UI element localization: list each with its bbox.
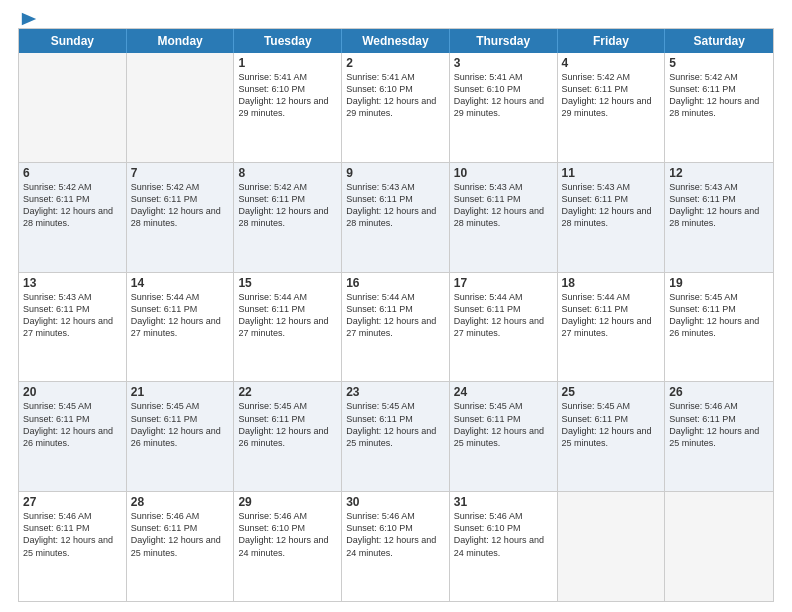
calendar-cell-week1-day7: 5Sunrise: 5:42 AM Sunset: 6:11 PM Daylig… bbox=[665, 53, 773, 162]
day-number: 20 bbox=[23, 385, 122, 399]
day-number: 2 bbox=[346, 56, 445, 70]
calendar-header-monday: Monday bbox=[127, 29, 235, 53]
day-number: 21 bbox=[131, 385, 230, 399]
calendar-week-4: 20Sunrise: 5:45 AM Sunset: 6:11 PM Dayli… bbox=[19, 382, 773, 492]
day-number: 24 bbox=[454, 385, 553, 399]
day-number: 18 bbox=[562, 276, 661, 290]
calendar-week-2: 6Sunrise: 5:42 AM Sunset: 6:11 PM Daylig… bbox=[19, 163, 773, 273]
day-info: Sunrise: 5:41 AM Sunset: 6:10 PM Dayligh… bbox=[238, 71, 337, 120]
calendar-header-wednesday: Wednesday bbox=[342, 29, 450, 53]
day-number: 27 bbox=[23, 495, 122, 509]
day-number: 17 bbox=[454, 276, 553, 290]
calendar-cell-week3-day1: 13Sunrise: 5:43 AM Sunset: 6:11 PM Dayli… bbox=[19, 273, 127, 382]
calendar-cell-week1-day5: 3Sunrise: 5:41 AM Sunset: 6:10 PM Daylig… bbox=[450, 53, 558, 162]
day-number: 19 bbox=[669, 276, 769, 290]
calendar-cell-week5-day7 bbox=[665, 492, 773, 601]
calendar-cell-week2-day2: 7Sunrise: 5:42 AM Sunset: 6:11 PM Daylig… bbox=[127, 163, 235, 272]
day-info: Sunrise: 5:45 AM Sunset: 6:11 PM Dayligh… bbox=[669, 291, 769, 340]
day-number: 13 bbox=[23, 276, 122, 290]
day-number: 30 bbox=[346, 495, 445, 509]
day-info: Sunrise: 5:46 AM Sunset: 6:10 PM Dayligh… bbox=[454, 510, 553, 559]
calendar-cell-week1-day2 bbox=[127, 53, 235, 162]
calendar-body: 1Sunrise: 5:41 AM Sunset: 6:10 PM Daylig… bbox=[19, 53, 773, 601]
svg-marker-0 bbox=[22, 13, 36, 26]
day-info: Sunrise: 5:45 AM Sunset: 6:11 PM Dayligh… bbox=[562, 400, 661, 449]
day-number: 14 bbox=[131, 276, 230, 290]
calendar-cell-week1-day1 bbox=[19, 53, 127, 162]
calendar-cell-week4-day2: 21Sunrise: 5:45 AM Sunset: 6:11 PM Dayli… bbox=[127, 382, 235, 491]
day-info: Sunrise: 5:46 AM Sunset: 6:11 PM Dayligh… bbox=[131, 510, 230, 559]
day-number: 10 bbox=[454, 166, 553, 180]
day-info: Sunrise: 5:45 AM Sunset: 6:11 PM Dayligh… bbox=[131, 400, 230, 449]
calendar-header-sunday: Sunday bbox=[19, 29, 127, 53]
calendar-header-thursday: Thursday bbox=[450, 29, 558, 53]
day-number: 6 bbox=[23, 166, 122, 180]
header bbox=[18, 10, 774, 24]
calendar-cell-week3-day2: 14Sunrise: 5:44 AM Sunset: 6:11 PM Dayli… bbox=[127, 273, 235, 382]
calendar-cell-week2-day3: 8Sunrise: 5:42 AM Sunset: 6:11 PM Daylig… bbox=[234, 163, 342, 272]
day-info: Sunrise: 5:43 AM Sunset: 6:11 PM Dayligh… bbox=[669, 181, 769, 230]
day-info: Sunrise: 5:41 AM Sunset: 6:10 PM Dayligh… bbox=[346, 71, 445, 120]
day-number: 29 bbox=[238, 495, 337, 509]
day-info: Sunrise: 5:46 AM Sunset: 6:10 PM Dayligh… bbox=[346, 510, 445, 559]
day-number: 15 bbox=[238, 276, 337, 290]
day-info: Sunrise: 5:45 AM Sunset: 6:11 PM Dayligh… bbox=[238, 400, 337, 449]
calendar-header-friday: Friday bbox=[558, 29, 666, 53]
day-info: Sunrise: 5:42 AM Sunset: 6:11 PM Dayligh… bbox=[562, 71, 661, 120]
day-number: 1 bbox=[238, 56, 337, 70]
day-info: Sunrise: 5:46 AM Sunset: 6:11 PM Dayligh… bbox=[23, 510, 122, 559]
calendar-cell-week3-day3: 15Sunrise: 5:44 AM Sunset: 6:11 PM Dayli… bbox=[234, 273, 342, 382]
day-info: Sunrise: 5:44 AM Sunset: 6:11 PM Dayligh… bbox=[346, 291, 445, 340]
calendar-cell-week3-day5: 17Sunrise: 5:44 AM Sunset: 6:11 PM Dayli… bbox=[450, 273, 558, 382]
calendar-cell-week5-day1: 27Sunrise: 5:46 AM Sunset: 6:11 PM Dayli… bbox=[19, 492, 127, 601]
day-number: 31 bbox=[454, 495, 553, 509]
calendar-cell-week5-day3: 29Sunrise: 5:46 AM Sunset: 6:10 PM Dayli… bbox=[234, 492, 342, 601]
calendar-cell-week1-day3: 1Sunrise: 5:41 AM Sunset: 6:10 PM Daylig… bbox=[234, 53, 342, 162]
day-info: Sunrise: 5:42 AM Sunset: 6:11 PM Dayligh… bbox=[669, 71, 769, 120]
calendar-cell-week2-day7: 12Sunrise: 5:43 AM Sunset: 6:11 PM Dayli… bbox=[665, 163, 773, 272]
day-info: Sunrise: 5:43 AM Sunset: 6:11 PM Dayligh… bbox=[23, 291, 122, 340]
day-number: 3 bbox=[454, 56, 553, 70]
day-number: 26 bbox=[669, 385, 769, 399]
calendar-cell-week2-day4: 9Sunrise: 5:43 AM Sunset: 6:11 PM Daylig… bbox=[342, 163, 450, 272]
calendar-cell-week2-day5: 10Sunrise: 5:43 AM Sunset: 6:11 PM Dayli… bbox=[450, 163, 558, 272]
logo-flag-icon bbox=[20, 10, 38, 28]
day-info: Sunrise: 5:46 AM Sunset: 6:11 PM Dayligh… bbox=[669, 400, 769, 449]
day-info: Sunrise: 5:44 AM Sunset: 6:11 PM Dayligh… bbox=[454, 291, 553, 340]
calendar-week-3: 13Sunrise: 5:43 AM Sunset: 6:11 PM Dayli… bbox=[19, 273, 773, 383]
day-number: 28 bbox=[131, 495, 230, 509]
calendar-header-saturday: Saturday bbox=[665, 29, 773, 53]
day-info: Sunrise: 5:45 AM Sunset: 6:11 PM Dayligh… bbox=[23, 400, 122, 449]
day-number: 16 bbox=[346, 276, 445, 290]
calendar-cell-week1-day4: 2Sunrise: 5:41 AM Sunset: 6:10 PM Daylig… bbox=[342, 53, 450, 162]
day-info: Sunrise: 5:44 AM Sunset: 6:11 PM Dayligh… bbox=[562, 291, 661, 340]
day-info: Sunrise: 5:45 AM Sunset: 6:11 PM Dayligh… bbox=[346, 400, 445, 449]
day-info: Sunrise: 5:44 AM Sunset: 6:11 PM Dayligh… bbox=[238, 291, 337, 340]
calendar-cell-week5-day4: 30Sunrise: 5:46 AM Sunset: 6:10 PM Dayli… bbox=[342, 492, 450, 601]
day-number: 8 bbox=[238, 166, 337, 180]
day-number: 9 bbox=[346, 166, 445, 180]
calendar-cell-week1-day6: 4Sunrise: 5:42 AM Sunset: 6:11 PM Daylig… bbox=[558, 53, 666, 162]
day-number: 11 bbox=[562, 166, 661, 180]
day-info: Sunrise: 5:41 AM Sunset: 6:10 PM Dayligh… bbox=[454, 71, 553, 120]
calendar-week-1: 1Sunrise: 5:41 AM Sunset: 6:10 PM Daylig… bbox=[19, 53, 773, 163]
day-info: Sunrise: 5:43 AM Sunset: 6:11 PM Dayligh… bbox=[346, 181, 445, 230]
calendar-cell-week3-day4: 16Sunrise: 5:44 AM Sunset: 6:11 PM Dayli… bbox=[342, 273, 450, 382]
day-info: Sunrise: 5:43 AM Sunset: 6:11 PM Dayligh… bbox=[562, 181, 661, 230]
calendar-cell-week2-day6: 11Sunrise: 5:43 AM Sunset: 6:11 PM Dayli… bbox=[558, 163, 666, 272]
day-info: Sunrise: 5:42 AM Sunset: 6:11 PM Dayligh… bbox=[23, 181, 122, 230]
day-number: 25 bbox=[562, 385, 661, 399]
day-info: Sunrise: 5:45 AM Sunset: 6:11 PM Dayligh… bbox=[454, 400, 553, 449]
calendar-cell-week4-day7: 26Sunrise: 5:46 AM Sunset: 6:11 PM Dayli… bbox=[665, 382, 773, 491]
calendar-cell-week3-day7: 19Sunrise: 5:45 AM Sunset: 6:11 PM Dayli… bbox=[665, 273, 773, 382]
calendar-cell-week5-day6 bbox=[558, 492, 666, 601]
day-info: Sunrise: 5:42 AM Sunset: 6:11 PM Dayligh… bbox=[238, 181, 337, 230]
calendar-cell-week3-day6: 18Sunrise: 5:44 AM Sunset: 6:11 PM Dayli… bbox=[558, 273, 666, 382]
day-number: 23 bbox=[346, 385, 445, 399]
day-number: 4 bbox=[562, 56, 661, 70]
day-info: Sunrise: 5:42 AM Sunset: 6:11 PM Dayligh… bbox=[131, 181, 230, 230]
day-number: 5 bbox=[669, 56, 769, 70]
calendar-cell-week4-day1: 20Sunrise: 5:45 AM Sunset: 6:11 PM Dayli… bbox=[19, 382, 127, 491]
calendar-cell-week4-day4: 23Sunrise: 5:45 AM Sunset: 6:11 PM Dayli… bbox=[342, 382, 450, 491]
calendar-cell-week4-day6: 25Sunrise: 5:45 AM Sunset: 6:11 PM Dayli… bbox=[558, 382, 666, 491]
